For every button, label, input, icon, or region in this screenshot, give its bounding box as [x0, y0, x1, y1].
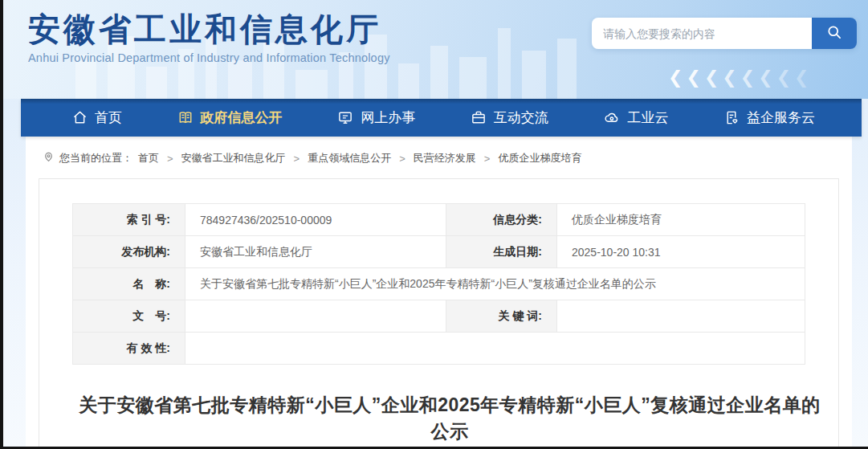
name-label: 名 称:: [73, 268, 185, 300]
chevron-left-icon: [776, 67, 791, 88]
keywords-value: [557, 300, 805, 333]
nav-item-label: 网上办事: [361, 108, 415, 127]
info-category-value: 优质企业梯度培育: [557, 204, 805, 236]
nav-item-label: 益企服务云: [747, 108, 815, 127]
search-button[interactable]: [812, 18, 857, 49]
search-icon: [826, 24, 842, 43]
issuing-agency-label: 发布机构:: [73, 236, 185, 268]
validity-value: [185, 333, 805, 365]
site-brand: 安徽省工业和信息化厅 Anhui Provincial Department o…: [28, 11, 390, 64]
monitor-icon: [337, 110, 353, 125]
info-metadata-table: 索 引 号: 784927436/202510-00009 信息分类: 优质企业…: [72, 203, 805, 365]
nav-item-label: 互动交流: [494, 108, 548, 127]
nav-item-home[interactable]: 首页: [72, 108, 122, 127]
breadcrumb-item-home[interactable]: 首页: [138, 151, 159, 165]
issuing-agency-value: 安徽省工业和信息化厅: [185, 236, 446, 268]
nav-item-industry-cloud[interactable]: 工业云: [603, 108, 668, 127]
site-title: 安徽省工业和信息化厅: [28, 11, 390, 47]
info-category-label: 信息分类:: [446, 204, 557, 236]
chevron-left-icon: [722, 67, 736, 88]
table-row: 名 称: 关于安徽省第七批专精特新“小巨人”企业和2025年专精特新“小巨人”复…: [73, 268, 805, 300]
nav-item-interaction[interactable]: 互动交流: [471, 108, 548, 127]
chevron-left-icon: [668, 67, 683, 88]
table-row: 有 效 性:: [73, 333, 805, 365]
site-subtitle: Anhui Provincial Department of Industry …: [28, 51, 390, 64]
index-number-label: 索 引 号:: [73, 204, 185, 236]
index-number-value: 784927436/202510-00009: [185, 204, 446, 236]
table-row: 索 引 号: 784927436/202510-00009 信息分类: 优质企业…: [73, 204, 805, 236]
creation-date-label: 生成日期:: [446, 236, 557, 268]
breadcrumb: 您当前的位置： 首页 > 安徽省工业和信息化厅 > 重点领域信息公开 > 民营经…: [26, 137, 852, 178]
breadcrumb-item-quality-enterprise[interactable]: 优质企业梯度培育: [498, 151, 581, 165]
breadcrumb-item-key-areas[interactable]: 重点领域信息公开: [308, 151, 391, 165]
article-title: 关于安徽省第七批专精特新“小巨人”企业和2025年专精特新“小巨人”复核通过企业…: [72, 392, 827, 446]
name-value: 关于安徽省第七批专精特新“小巨人”企业和2025年专精特新“小巨人”复核通过企业…: [185, 268, 805, 300]
nav-item-gov-info[interactable]: 政府信息公开: [177, 108, 283, 127]
validity-label: 有 效 性:: [73, 333, 185, 365]
chevron-left-decoration: [668, 67, 809, 88]
search-box: [592, 18, 857, 49]
document-panel: 索 引 号: 784927436/202510-00009 信息分类: 优质企业…: [39, 178, 839, 449]
breadcrumb-separator: >: [167, 153, 173, 165]
breadcrumb-separator: >: [484, 153, 491, 165]
table-row: 文 号: 关 键 词:: [73, 300, 805, 333]
nav-item-label: 工业云: [627, 108, 668, 127]
chevron-left-icon: [740, 67, 755, 88]
chevron-left-icon: [704, 67, 719, 88]
chevron-left-icon: [686, 67, 700, 88]
main-nav: 首页 政府信息公开 网上办事: [21, 99, 862, 137]
cloud-icon: [603, 110, 620, 125]
breadcrumb-separator: >: [399, 153, 405, 165]
creation-date-value: 2025-10-20 10:31: [557, 236, 805, 268]
keywords-label: 关 键 词:: [446, 300, 557, 333]
doc-number-label: 文 号:: [73, 300, 185, 333]
open-book-icon: [177, 110, 194, 125]
home-icon: [72, 110, 88, 125]
content-area: 您当前的位置： 首页 > 安徽省工业和信息化厅 > 重点领域信息公开 > 民营经…: [26, 137, 852, 449]
service-doc-icon: [723, 110, 740, 125]
location-pin-icon: [43, 151, 54, 165]
nav-item-online-services[interactable]: 网上办事: [337, 108, 415, 127]
briefcase-icon: [471, 110, 487, 125]
site-header: 安徽省工业和信息化厅 Anhui Provincial Department o…: [3, 0, 868, 99]
breadcrumb-item-private-economy[interactable]: 民营经济发展: [414, 151, 476, 165]
nav-item-enterprise-service-cloud[interactable]: 益企服务云: [723, 108, 815, 127]
chevron-left-icon: [794, 67, 809, 88]
table-row: 发布机构: 安徽省工业和信息化厅 生成日期: 2025-10-20 10:31: [73, 236, 805, 268]
breadcrumb-item-dept[interactable]: 安徽省工业和信息化厅: [181, 151, 286, 165]
breadcrumb-separator: >: [294, 153, 300, 165]
chevron-left-icon: [758, 67, 772, 88]
breadcrumb-prefix: 您当前的位置：: [59, 151, 132, 165]
doc-number-value: [185, 300, 446, 333]
nav-item-label: 首页: [95, 108, 122, 127]
search-input[interactable]: [592, 18, 812, 49]
nav-item-label: 政府信息公开: [201, 108, 283, 127]
